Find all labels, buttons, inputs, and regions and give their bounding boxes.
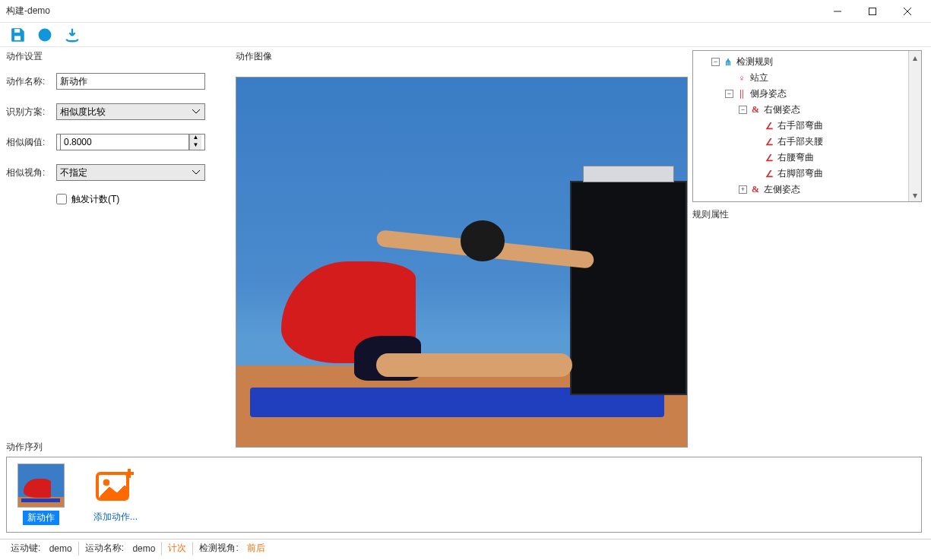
status-view-value: 前后 [247,542,265,555]
angle-icon: ∠ [764,121,774,131]
tree-item-label[interactable]: 右腰弯曲 [777,151,814,164]
properties-panel: 规则属性 [692,208,922,438]
trigger-checkbox[interactable] [56,194,67,204]
status-key-value: demo [49,543,72,554]
settings-panel: 动作设置 动作名称: 识别方案: 相似度比较 相似阈值: ▲▼ 相似视角: 不指… [6,50,231,438]
status-bar: 运动键: demo 运动名称: demo 计次 检测视角: 前后 [0,539,931,557]
parallel-icon: || [736,89,747,100]
tree-item-label[interactable]: 右手部弯曲 [777,119,823,132]
main-area: 动作设置 动作名称: 识别方案: 相似度比较 相似阈值: ▲▼ 相似视角: 不指… [0,47,931,539]
window-title: 构建-demo [6,5,820,17]
amp-icon: & [750,105,761,115]
status-view-label: 检测视角: [199,542,238,555]
right-panel: −⋔检测规则 ♀站立 −||侧身姿态 −&右侧姿态 ∠右手部弯曲 ∠右手部夹腰 … [692,50,922,438]
tree-item-label[interactable]: 右脚部弯曲 [777,167,823,180]
svg-point-33 [103,479,109,486]
threshold-input[interactable] [60,134,189,150]
download-button[interactable] [62,25,82,45]
add-image-icon [92,464,139,508]
amp-icon: & [750,185,761,195]
person-icon: ♀ [736,73,747,84]
svg-rect-1 [869,8,876,14]
scheme-label: 识别方案: [6,106,56,119]
sequence-caption: 新动作 [23,511,59,525]
scheme-select[interactable]: 相似度比较 [56,103,205,120]
svg-text:A: A [42,30,48,39]
action-name-input[interactable] [56,73,205,90]
tree-toggle[interactable]: − [711,58,720,66]
rule-tree[interactable]: −⋔检测规则 ♀站立 −||侧身姿态 −&右侧姿态 ∠右手部弯曲 ∠右手部夹腰 … [692,50,922,202]
status-name-value: demo [132,543,155,554]
scroll-up[interactable]: ▴ [909,51,921,64]
sequence-item[interactable]: 新动作 [17,464,65,525]
tree-toggle[interactable]: − [725,90,733,98]
tree-item-label[interactable]: 右侧姿态 [764,103,800,116]
scroll-down[interactable]: ▾ [909,188,921,201]
image-panel: 动作图像 [231,50,692,438]
minimize-button[interactable] [820,0,855,23]
pose-image[interactable] [236,77,688,448]
status-key-label: 运动键: [11,542,40,555]
properties-label: 规则属性 [692,209,729,220]
tree-item-label[interactable]: 左侧姿态 [764,183,800,196]
pose-scene [236,78,687,447]
trigger-label: 触发计数(T) [71,193,119,206]
status-name-label: 运动名称: [85,542,124,555]
sequence-thumb [17,464,65,508]
tree-toggle[interactable]: + [739,185,747,194]
close-button[interactable] [890,0,925,23]
settings-group-label: 动作设置 [6,50,231,63]
tree-toggle[interactable]: − [739,106,747,114]
view-select[interactable]: 不指定 [56,164,205,181]
titlebar: 构建-demo [0,0,931,23]
threshold-spinner[interactable]: ▲▼ [56,134,205,150]
tree-item-label[interactable]: 侧身姿态 [750,87,787,100]
tree-scrollbar[interactable]: ▴ ▾ [908,51,921,201]
sequence-panel: 动作序列 新动作 添加动作... [6,441,922,539]
save-button[interactable] [8,25,27,45]
angle-icon: ∠ [764,169,774,179]
angle-icon: ∠ [764,153,774,163]
toolbar: A [0,23,931,47]
redo-button[interactable]: A [35,25,55,45]
tree-item-label[interactable]: 右手部夹腰 [777,135,823,148]
view-label: 相似视角: [6,166,56,179]
svg-rect-4 [14,28,20,33]
tree-root-label[interactable]: 检测规则 [736,55,773,68]
spin-down[interactable]: ▼ [190,142,201,150]
add-action-label: 添加动作... [93,511,138,524]
name-label: 动作名称: [6,75,56,88]
threshold-label: 相似阈值: [6,136,56,149]
svg-rect-5 [14,35,21,40]
status-mode: 计次 [168,542,186,555]
image-panel-label: 动作图像 [236,50,688,63]
angle-icon: ∠ [764,137,774,147]
share-icon: ⋔ [723,57,733,68]
window-buttons [820,0,925,23]
add-action-button[interactable]: 添加动作... [92,464,139,524]
sequence-list: 新动作 添加动作... [6,457,922,533]
maximize-button[interactable] [855,0,890,23]
tree-item-label[interactable]: 站立 [750,71,768,84]
